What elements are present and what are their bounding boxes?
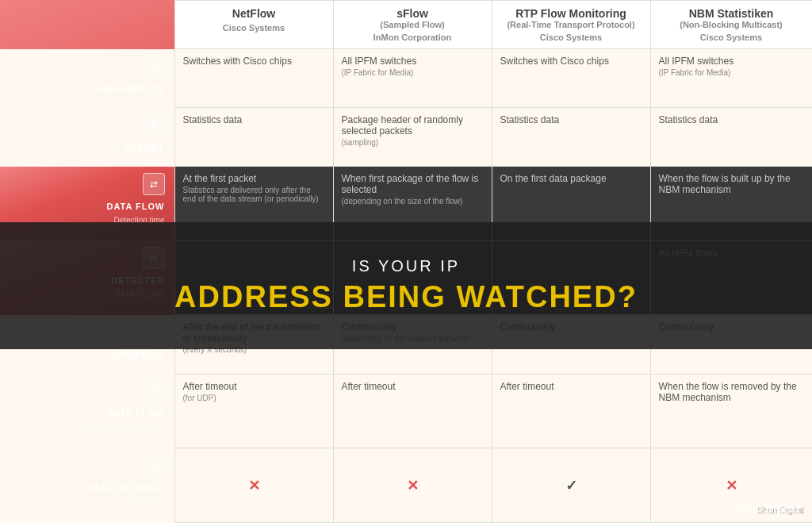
dataflow-removal-label: DATA FLOW — [107, 409, 165, 418]
overlay-panel: IS YOUR IP ADDRESS BEING WATCHED? — [0, 222, 812, 349]
dataflow-detection-label: DATA FLOW — [107, 202, 165, 211]
netflow-title: NetFlow — [183, 7, 325, 20]
dataflow-removal-sublabel: Removal from monitoring — [76, 423, 165, 432]
overlay-line2: ADDRESS BEING WATCHED? — [174, 280, 638, 314]
dataflow-detection-icon: ⇄ — [143, 173, 165, 195]
netflow-company: Cisco Systems — [183, 23, 325, 33]
export-rtp: Statistics data — [492, 108, 650, 167]
nbm-header: NBM Statistiken (Non-Blocking Multicast)… — [650, 1, 812, 49]
dataflow-removal-row: ⇄ DATA FLOW Removal from monitoring Afte… — [0, 374, 812, 448]
nbm-sub: (Non-Blocking Multicast) — [659, 20, 804, 29]
overlay-line1: IS YOUR IP — [352, 257, 460, 275]
updating-label: UPDATING — [113, 350, 165, 360]
availability-nbm: All IPFM switches (IP Fabric for Media) — [650, 49, 812, 108]
sidebar-header-cell — [0, 1, 174, 49]
rtp-header: RTP Flow Monitoring (Real-Time Transport… — [492, 1, 650, 49]
sflow-header: sFlow (Sampled Flow) InMon Corporation — [333, 1, 492, 49]
nbm-title: NBM Statistiken — [659, 7, 804, 20]
dataflow-removal-icon: ⇄ — [143, 380, 165, 402]
export-label: EXPORT — [124, 143, 164, 152]
datapackage-label: DATA PACKAGE — [87, 483, 165, 493]
rtp-title: RTP Flow Monitoring — [500, 7, 642, 20]
export-icon: ⬇ — [143, 114, 165, 137]
export-row: ⬇ EXPORT Statistics data Package header … — [0, 108, 812, 167]
availability-row: ✎ AVAILABILITY Switches with Cisco chips… — [0, 49, 812, 108]
rtp-check: ✓ — [565, 478, 577, 494]
sflow-cross: ✕ — [407, 478, 419, 494]
nbm-company: Cisco Systems — [659, 33, 804, 42]
watermark-label: Shun Digital — [734, 502, 799, 515]
dataflow-removal-sidebar: ⇄ DATA FLOW Removal from monitoring — [0, 374, 174, 448]
datapackage-netflow: ✕ — [174, 448, 333, 523]
dataflow-removal-rtp: After timeout — [492, 374, 650, 448]
availability-sflow: All IPFM switches (IP Fabric for Media) — [333, 49, 492, 108]
availability-rtp: Switches with Cisco chips — [492, 49, 650, 108]
availability-netflow: Switches with Cisco chips — [174, 49, 333, 108]
sflow-company: InMon Corporation — [342, 33, 484, 42]
dataflow-removal-sflow: After timeout — [333, 374, 492, 448]
export-sidebar: ⬇ EXPORT — [0, 108, 174, 167]
netflow-header: NetFlow Cisco Systems — [174, 1, 333, 49]
export-netflow: Statistics data — [174, 108, 333, 167]
netflow-cross: ✕ — [248, 478, 260, 494]
datapackage-sidebar: ◻ DATA PACKAGE Loss detection — [0, 448, 174, 523]
datapackage-icon: ◻ — [143, 455, 165, 477]
sflow-title: sFlow — [342, 7, 484, 20]
export-nbm: Statistics data — [650, 108, 812, 167]
datapackage-row: ◻ DATA PACKAGE Loss detection ✕ ✕ ✓ ✕ Sh… — [0, 448, 812, 523]
availability-icon: ✎ — [143, 56, 165, 78]
header-row: NetFlow Cisco Systems sFlow (Sampled Flo… — [0, 1, 812, 49]
export-sflow: Package header of randomly selected pack… — [333, 108, 492, 167]
datapackage-sublabel: Loss detection — [113, 498, 165, 506]
availability-label: AVAILABILITY — [96, 84, 164, 94]
nbm-cross: ✕ — [726, 478, 737, 494]
dataflow-removal-netflow: After timeout (for UDP) — [174, 374, 333, 448]
sflow-sub: (Sampled Flow) — [342, 20, 484, 29]
rtp-sub: (Real-Time Transport Protocol) — [500, 20, 642, 29]
datapackage-rtp: ✓ — [492, 448, 650, 523]
dataflow-removal-nbm: When the flow is removed by the NBM mech… — [650, 374, 812, 448]
datapackage-sflow: ✕ — [333, 448, 492, 523]
availability-sidebar: ✎ AVAILABILITY — [0, 49, 174, 108]
rtp-company: Cisco Systems — [500, 33, 642, 42]
